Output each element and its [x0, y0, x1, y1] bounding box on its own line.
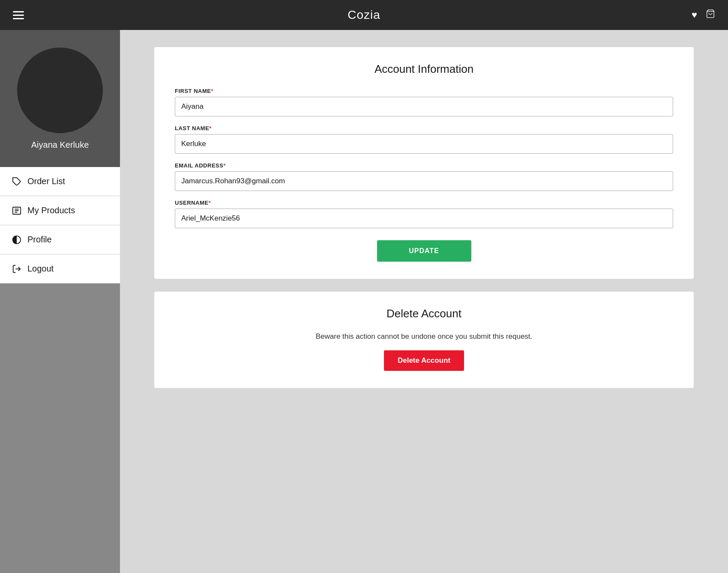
avatar-name: Aiyana Kerluke [31, 140, 89, 150]
sidebar-item-profile[interactable]: Profile [0, 225, 120, 254]
app-title: Cozia [348, 8, 380, 22]
layout: Aiyana Kerluke Order List [0, 0, 728, 573]
main-content: Account Information FIRST NAME* LAST NAM… [120, 30, 728, 573]
last-name-group: LAST NAME* [175, 125, 673, 154]
delete-account-title: Delete Account [175, 307, 673, 320]
bag-icon[interactable] [706, 9, 715, 21]
sidebar-item-label-order-list: Order List [27, 176, 65, 186]
email-group: EMAIL ADDRESS* [175, 162, 673, 191]
account-info-card: Account Information FIRST NAME* LAST NAM… [154, 47, 694, 279]
sidebar: Aiyana Kerluke Order List [0, 30, 120, 573]
first-name-input[interactable] [175, 97, 673, 116]
last-name-label: LAST NAME* [175, 125, 673, 131]
logout-icon [12, 264, 21, 274]
username-input[interactable] [175, 209, 673, 228]
update-button[interactable]: UPDATE [377, 240, 471, 262]
hamburger-menu[interactable] [13, 11, 24, 19]
heart-icon[interactable]: ♥ [692, 9, 697, 21]
last-name-input[interactable] [175, 134, 673, 154]
delete-account-button[interactable]: Delete Account [384, 350, 464, 371]
topbar: Cozia ♥ [0, 0, 728, 30]
profile-icon [12, 235, 21, 245]
tag-icon [12, 177, 21, 186]
sidebar-avatar-area: Aiyana Kerluke [0, 30, 120, 167]
first-name-label: FIRST NAME* [175, 88, 673, 94]
list-icon [12, 206, 21, 215]
username-group: USERNAME* [175, 200, 673, 228]
sidebar-item-logout[interactable]: Logout [0, 254, 120, 284]
email-label: EMAIL ADDRESS* [175, 162, 673, 169]
sidebar-item-label-logout: Logout [27, 264, 54, 274]
sidebar-nav: Order List My Products [0, 167, 120, 284]
first-name-group: FIRST NAME* [175, 88, 673, 116]
sidebar-item-label-profile: Profile [27, 235, 52, 245]
email-input[interactable] [175, 171, 673, 191]
account-info-title: Account Information [175, 63, 673, 76]
delete-account-card: Delete Account Beware this action cannot… [154, 292, 694, 388]
username-label: USERNAME* [175, 200, 673, 206]
topbar-icons: ♥ [692, 9, 715, 21]
delete-warning-text: Beware this action cannot be undone once… [175, 332, 673, 341]
sidebar-item-my-products[interactable]: My Products [0, 196, 120, 225]
sidebar-item-label-my-products: My Products [27, 206, 75, 215]
avatar [17, 48, 103, 133]
sidebar-item-order-list[interactable]: Order List [0, 167, 120, 196]
